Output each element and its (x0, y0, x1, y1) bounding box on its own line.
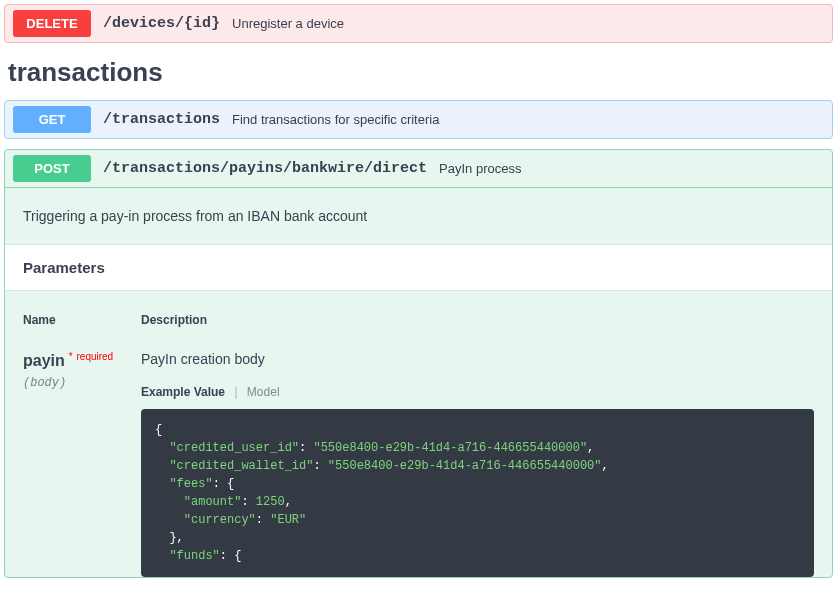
parameter-name: payin (23, 352, 65, 369)
endpoint-delete-devices[interactable]: DELETE /devices/{id} Unregister a device (4, 4, 833, 43)
parameter-in: (body) (23, 376, 141, 390)
tab-separator: | (234, 385, 237, 399)
endpoint-summary-text: Find transactions for specific criteria (232, 112, 439, 127)
endpoint-get-transactions[interactable]: GET /transactions Find transactions for … (4, 100, 833, 139)
endpoint-summary[interactable]: POST /transactions/payins/bankwire/direc… (5, 150, 832, 187)
endpoint-summary-text: PayIn process (439, 161, 521, 176)
method-badge-post: POST (13, 155, 91, 182)
example-model-tabs: Example Value | Model (141, 385, 814, 399)
endpoint-summary[interactable]: GET /transactions Find transactions for … (5, 101, 832, 138)
parameters-header: Parameters (5, 244, 832, 291)
table-header-row: Name Description (23, 313, 814, 327)
parameter-description: PayIn creation body (141, 351, 814, 367)
endpoint-body: Triggering a pay-in process from an IBAN… (5, 187, 832, 577)
endpoint-post-payin: POST /transactions/payins/bankwire/direc… (4, 149, 833, 578)
col-header-name: Name (23, 313, 141, 327)
endpoint-description: Triggering a pay-in process from an IBAN… (5, 188, 832, 244)
endpoint-summary-text: Unregister a device (232, 16, 344, 31)
method-badge-delete: DELETE (13, 10, 91, 37)
required-star-icon: * (69, 351, 73, 362)
required-label: required (76, 351, 113, 362)
example-json-block[interactable]: { "credited_user_id": "550e8400-e29b-41d… (141, 409, 814, 577)
parameter-row-payin: payin * required (body) PayIn creation b… (23, 351, 814, 577)
endpoint-summary[interactable]: DELETE /devices/{id} Unregister a device (5, 5, 832, 42)
col-header-description: Description (141, 313, 814, 327)
parameter-description-cell: PayIn creation body Example Value | Mode… (141, 351, 814, 577)
parameters-table: Name Description payin * required (body)… (5, 291, 832, 577)
tab-example-value[interactable]: Example Value (141, 385, 225, 399)
endpoint-path: /transactions (103, 111, 220, 128)
endpoint-path: /devices/{id} (103, 15, 220, 32)
parameter-name-cell: payin * required (body) (23, 351, 141, 577)
tab-model[interactable]: Model (247, 385, 280, 399)
method-badge-get: GET (13, 106, 91, 133)
section-title-transactions: transactions (8, 57, 833, 88)
endpoint-path: /transactions/payins/bankwire/direct (103, 160, 427, 177)
